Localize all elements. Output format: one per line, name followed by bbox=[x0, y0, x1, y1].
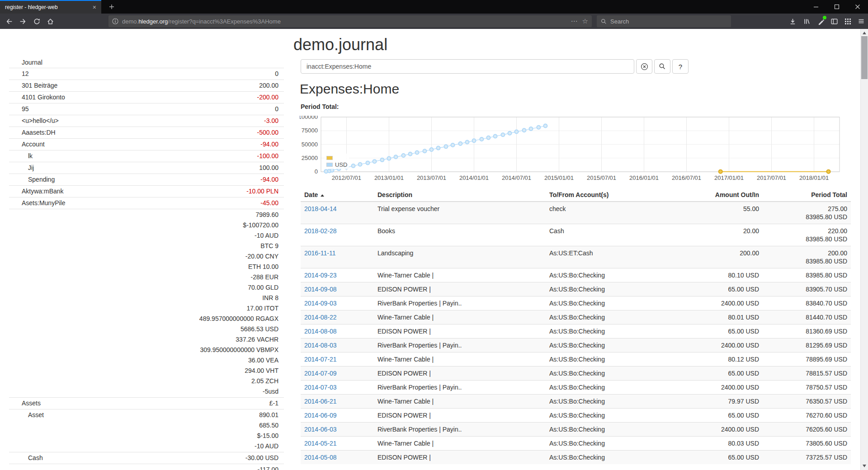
register-table: Date Description To/From Account(s) Amou… bbox=[301, 188, 851, 464]
help-button[interactable]: ? bbox=[672, 59, 689, 74]
transaction-date-link[interactable]: 2014-09-03 bbox=[304, 300, 337, 307]
transaction-date-link[interactable]: 2014-09-23 bbox=[304, 272, 337, 279]
site-info-icon[interactable] bbox=[112, 18, 118, 24]
cell-amount: 65.00 USD bbox=[681, 409, 763, 423]
legend-entry-label: USD bbox=[335, 161, 347, 168]
clear-query-button[interactable] bbox=[636, 59, 652, 74]
home-button[interactable] bbox=[44, 15, 57, 28]
sidebar-account-link[interactable]: Jij bbox=[9, 163, 34, 173]
apps-grid-button[interactable] bbox=[841, 15, 854, 28]
sidebar-account-link[interactable]: lk bbox=[9, 151, 33, 161]
transaction-date-link[interactable]: 2014-05-08 bbox=[304, 454, 337, 461]
sidebar-account-link[interactable]: Aktywa:mBank bbox=[9, 186, 64, 197]
cell-amount: 2400.00 USD bbox=[681, 381, 763, 395]
sidebars-button[interactable] bbox=[828, 15, 840, 28]
sidebar-account-link[interactable]: Asset bbox=[9, 410, 44, 420]
column-header-period-total[interactable]: Period Total bbox=[763, 188, 851, 202]
cell-amount: 79.97 USD bbox=[681, 395, 763, 409]
sidebar-row: 4101 Girokonto-200.00 bbox=[9, 92, 284, 103]
scrollbar-thumb[interactable] bbox=[861, 36, 868, 79]
cell-account: As:US:Bo:Checking bbox=[546, 381, 681, 395]
balance-line: 36.00 VEA bbox=[22, 355, 278, 366]
transaction-date-link[interactable]: 2014-07-09 bbox=[304, 370, 337, 377]
transaction-date-link[interactable]: 2014-06-21 bbox=[304, 398, 337, 405]
url-bar[interactable]: demo.hledger.org/register?q=inacct%3AExp… bbox=[108, 15, 592, 27]
window-maximize-button[interactable] bbox=[826, 0, 847, 14]
cell-description: EDISON POWER | bbox=[374, 367, 546, 381]
query-input[interactable] bbox=[301, 59, 634, 74]
sidebar-account-link[interactable]: 4101 Girokonto bbox=[9, 92, 65, 103]
transaction-date-link[interactable]: 2014-08-22 bbox=[304, 314, 337, 321]
balance-line: BTC 9 bbox=[22, 241, 278, 251]
sidebar-row: Aktywa:mBank-10.00 PLN bbox=[9, 186, 284, 197]
page-actions-icon[interactable]: ⋯ bbox=[571, 17, 578, 25]
maximize-icon bbox=[834, 4, 840, 9]
balance-line: -500.00 bbox=[56, 127, 278, 138]
svg-text:2016/01/01: 2016/01/01 bbox=[629, 174, 659, 181]
search-submit-button[interactable] bbox=[654, 59, 670, 74]
browser-tab[interactable]: register - hledger-web × bbox=[0, 0, 101, 14]
sidebar-account-link[interactable]: Spending bbox=[9, 174, 55, 185]
browser-search-bar[interactable]: Search bbox=[597, 15, 731, 27]
sidebar-account-link[interactable]: Asets:MunyPile bbox=[9, 198, 65, 208]
sidebar-account-link[interactable]: 301 Beiträge bbox=[9, 80, 57, 91]
transaction-date-link[interactable]: 2018-04-14 bbox=[304, 205, 337, 212]
transaction-date-link[interactable]: 2018-02-28 bbox=[304, 227, 337, 235]
sidebar-account-balance: 100.00 bbox=[34, 163, 284, 173]
notes-button[interactable] bbox=[815, 15, 827, 28]
sidebar-account-balance: 0 bbox=[29, 104, 284, 114]
transaction-date-link[interactable]: 2014-06-09 bbox=[304, 412, 337, 419]
period-total-label: Period Total: bbox=[301, 103, 339, 110]
window-close-button[interactable] bbox=[847, 0, 868, 14]
window-minimize-button[interactable] bbox=[806, 0, 826, 14]
transaction-date-link[interactable]: 2014-09-08 bbox=[304, 286, 337, 293]
column-header-account[interactable]: To/From Account(s) bbox=[546, 188, 681, 202]
reload-button[interactable] bbox=[30, 15, 43, 28]
sidebar-account-link[interactable]: <u>hello</u> bbox=[9, 116, 59, 126]
sidebar-account-balance: -200.00 bbox=[65, 92, 284, 103]
cell-amount: 2400.00 USD bbox=[681, 338, 763, 352]
transaction-date-link[interactable]: 2014-07-03 bbox=[304, 384, 337, 391]
back-icon bbox=[5, 18, 13, 25]
svg-text:2016/07/01: 2016/07/01 bbox=[672, 174, 701, 181]
cell-description: Wine-Tarner Cable | bbox=[374, 352, 546, 367]
scrollbar-up-arrow[interactable] bbox=[863, 32, 866, 34]
transaction-date-link[interactable]: 2014-08-08 bbox=[304, 328, 337, 335]
column-header-amount[interactable]: Amount Out/In bbox=[681, 188, 763, 202]
tab-close-icon[interactable]: × bbox=[91, 4, 98, 11]
balance-line: £-1 bbox=[41, 398, 278, 409]
transaction-date-link[interactable]: 2014-08-03 bbox=[304, 342, 337, 349]
menu-button[interactable] bbox=[855, 15, 868, 28]
back-button[interactable] bbox=[3, 15, 15, 28]
column-header-date[interactable]: Date bbox=[301, 188, 374, 202]
sidebar-account-link[interactable]: Account bbox=[9, 139, 45, 150]
transaction-date-link[interactable]: 2014-06-03 bbox=[304, 426, 337, 433]
column-header-description[interactable]: Description bbox=[374, 188, 546, 202]
transaction-date-link[interactable]: 2016-11-11 bbox=[304, 249, 336, 257]
balance-line: ETH 10.00 bbox=[22, 262, 278, 272]
sidebar-account-link[interactable]: 12 bbox=[9, 69, 29, 79]
forward-button[interactable] bbox=[16, 15, 29, 28]
sidebar-journal-link[interactable]: Journal bbox=[9, 59, 284, 66]
cell-account: As:US:Bo:Checking bbox=[546, 451, 681, 465]
register-row: 2014-09-03RiverBank Properties | Payin..… bbox=[301, 296, 851, 310]
bookmark-star-icon[interactable]: ☆ bbox=[582, 17, 588, 25]
new-tab-button[interactable] bbox=[105, 0, 118, 14]
downloads-button[interactable] bbox=[786, 15, 799, 28]
sidebar-account-link[interactable]: Cash bbox=[9, 453, 43, 463]
balance-line: 7989.60 bbox=[22, 210, 278, 220]
scrollbar-down-arrow[interactable] bbox=[863, 465, 866, 467]
page-scrollbar[interactable] bbox=[860, 29, 868, 470]
sidebar-account-link[interactable]: Assets bbox=[9, 398, 41, 409]
sidebar-account-link[interactable]: 95 bbox=[9, 104, 29, 114]
cell-description: Landscaping bbox=[374, 246, 546, 268]
transaction-date-link[interactable]: 2014-05-21 bbox=[304, 440, 337, 447]
transaction-date-link[interactable]: 2014-07-21 bbox=[304, 356, 337, 363]
sidebar-account-link[interactable]: Aaasets:DH bbox=[9, 127, 56, 138]
svg-text:0: 0 bbox=[315, 168, 318, 175]
cell-date: 2014-05-08 bbox=[301, 451, 374, 465]
cell-period-total: 73725.57 USD bbox=[763, 451, 851, 465]
sidebar-row: 120 bbox=[9, 68, 284, 80]
library-button[interactable] bbox=[800, 15, 813, 28]
sort-ascending-caret bbox=[321, 194, 324, 197]
